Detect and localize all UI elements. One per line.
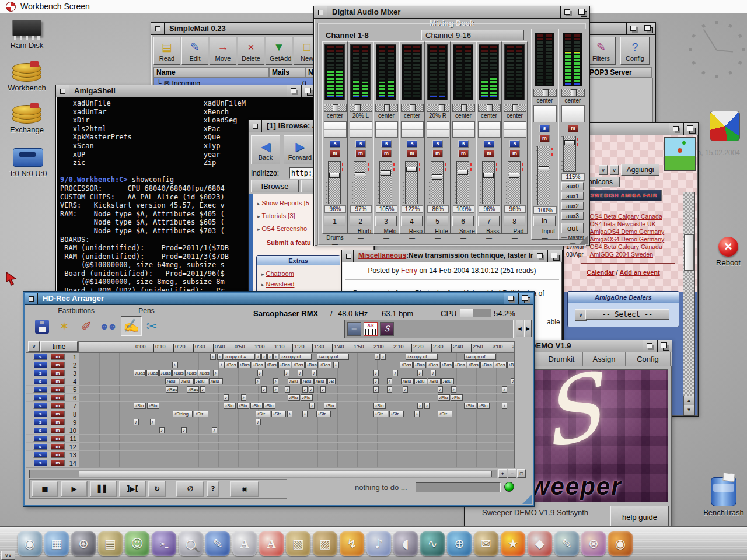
audio-clip[interactable]: ♪Blu xyxy=(209,378,223,384)
pan-thumb[interactable] xyxy=(512,104,518,111)
audio-clip[interactable]: ♪Str xyxy=(389,411,404,417)
speaker-icon[interactable]: ◖ xyxy=(393,531,418,556)
strip-scroll-left-icon[interactable]: ◀ xyxy=(516,320,523,337)
zoom-gadget-button[interactable]: + xyxy=(498,469,507,478)
solo-button[interactable]: s xyxy=(484,140,494,148)
pan-slider[interactable] xyxy=(401,104,424,112)
track-solo-button[interactable]: s xyxy=(33,370,47,376)
mail-toolbar-button[interactable]: ▼ GetAdd xyxy=(266,37,292,65)
audio-clip[interactable]: ♪ xyxy=(261,386,267,393)
audio-clip[interactable]: ♪Blu xyxy=(165,378,179,384)
track-solo-button[interactable]: s xyxy=(33,460,47,466)
aux-button[interactable]: aux3 xyxy=(561,212,584,220)
audio-clip[interactable]: ♪Bas xyxy=(440,362,453,368)
submit-feature-link[interactable]: Submit a featu xyxy=(267,239,311,246)
audio-clip[interactable]: ♪Str xyxy=(438,411,452,417)
zoom-gadget-icon[interactable] xyxy=(533,250,547,262)
cancel-button[interactable]: ∅ xyxy=(176,481,204,497)
audio-clip[interactable]: ♪B xyxy=(327,378,336,384)
mailbox-icon[interactable]: ✉ xyxy=(474,531,498,556)
desktop-icon-workbench[interactable]: Workbench xyxy=(2,61,51,92)
zoom-gadget-button[interactable]: − xyxy=(508,469,516,478)
track-lane[interactable]: ♪♪♪ xyxy=(80,426,514,434)
audio-clip[interactable]: ♪Blu xyxy=(301,378,314,384)
audio-clip[interactable]: ♪ xyxy=(417,370,423,376)
audio-clip[interactable]: ♪ xyxy=(438,386,443,393)
pan-slider[interactable] xyxy=(561,89,585,97)
forward-button[interactable]: ▶ Forward xyxy=(284,135,316,164)
depth-gadget-icon[interactable] xyxy=(518,293,533,304)
pan-thumb[interactable] xyxy=(355,104,361,111)
track-mute-button[interactable]: m xyxy=(51,452,65,458)
package-box-icon[interactable]: ▨ xyxy=(313,531,337,556)
audio-clip[interactable]: ♪ xyxy=(414,411,420,417)
audio-clip[interactable]: ♪ xyxy=(285,386,290,393)
close-gadget-icon[interactable] xyxy=(249,120,262,132)
extras-link[interactable]: Chatroom xyxy=(266,270,294,277)
audio-clip[interactable]: ♪Bas xyxy=(427,362,439,368)
volume-fader[interactable] xyxy=(431,161,444,204)
track-lane[interactable]: ♪♪♪ xyxy=(80,418,514,426)
input-button[interactable]: in xyxy=(533,216,556,226)
mail-toolbar-button[interactable]: ✎ Edit xyxy=(181,37,208,65)
audio-clip[interactable]: ♪Bas xyxy=(159,370,172,376)
mixer-tool-icon[interactable]: ≣ xyxy=(347,322,361,336)
track-lane[interactable]: ♪String♪Str♪Str♪Str♪♪♪Str♪Str♪Str♪♪Str♪ xyxy=(80,410,514,418)
track-solo-button[interactable]: s xyxy=(33,378,47,384)
desktop-icon-ramdisk[interactable]: Ram Disk xyxy=(2,16,51,50)
pan-thumb[interactable] xyxy=(543,89,549,96)
desktop-icon-benchtrash[interactable]: BenchTrash xyxy=(699,477,747,517)
help-guide-button[interactable]: help guide xyxy=(610,506,669,528)
pan-slider[interactable] xyxy=(478,104,501,112)
mute-button[interactable]: m xyxy=(407,150,417,158)
resize-gadget[interactable] xyxy=(522,495,532,504)
solo-button[interactable]: s xyxy=(539,125,550,132)
audio-clip[interactable]: ♪Flu xyxy=(288,394,300,401)
audio-clip[interactable]: ♪Sin xyxy=(237,402,249,409)
sweeper-synth-icon[interactable]: S xyxy=(380,322,394,336)
mute-button[interactable]: m xyxy=(381,150,392,158)
audio-clip[interactable]: ♪Sin xyxy=(134,402,146,409)
channel-number-button[interactable]: 2 xyxy=(350,216,371,226)
monitor-button[interactable]: ◉ xyxy=(230,481,259,497)
audio-clip[interactable]: ♪ xyxy=(210,354,216,360)
close-gadget-icon[interactable] xyxy=(151,23,165,34)
mail-toolbar-button[interactable]: ▤ Read xyxy=(153,37,180,65)
pan-slider[interactable] xyxy=(452,104,475,112)
audio-clip[interactable]: ♪Blu xyxy=(428,378,441,384)
audio-clip[interactable]: ♪ xyxy=(284,370,289,376)
winamp-player-icon[interactable]: ↯ xyxy=(340,531,364,556)
track-mute-button[interactable]: m xyxy=(51,460,65,466)
track-mute-button[interactable]: m xyxy=(51,378,65,384)
solo-button[interactable]: s xyxy=(381,140,392,148)
pan-slider[interactable] xyxy=(324,104,347,112)
audio-clip[interactable]: ♪ xyxy=(255,378,260,384)
audio-clip[interactable]: ♪Sin xyxy=(464,402,476,409)
fader-thumb[interactable] xyxy=(406,167,417,172)
channel-number-button[interactable]: 4 xyxy=(401,216,423,226)
audio-clip[interactable]: ♪Blu xyxy=(288,378,301,384)
tab-channel-1-8[interactable]: Channel 1-8 xyxy=(326,31,369,40)
solo-button[interactable]: s xyxy=(509,140,520,148)
audio-clip[interactable]: ♪ xyxy=(181,427,187,433)
tab-drumkit[interactable]: Drumkit xyxy=(540,352,583,366)
track-lane[interactable] xyxy=(80,435,514,442)
timeline-ruler[interactable]: 0:000:100:200:300:400:501:001:101:201:30… xyxy=(78,341,515,353)
audio-clip[interactable]: ♪Bas xyxy=(413,362,426,368)
dropdown-button[interactable]: ∨ xyxy=(610,165,619,175)
channel-number-button[interactable]: 1 xyxy=(324,216,345,226)
audio-clip[interactable]: ♪Bas xyxy=(198,370,210,376)
aux-button[interactable]: aux0 xyxy=(561,182,584,190)
volume-fader[interactable] xyxy=(508,161,521,204)
audio-clip[interactable]: ♪Bas xyxy=(319,362,331,368)
hand-tool-icon[interactable]: ✍ xyxy=(121,316,142,336)
audio-clip[interactable]: ♪Flu xyxy=(451,394,463,401)
dock-collapse-icon[interactable]: ∨∨ xyxy=(1,551,15,560)
zoom-gadget-icon[interactable] xyxy=(643,340,657,352)
pause-button[interactable]: ▌▌ xyxy=(90,481,117,497)
audio-clip[interactable]: ♪Bas xyxy=(480,362,493,368)
audio-clip[interactable]: ♪ xyxy=(200,386,205,393)
window-titlebar[interactable]: Digital Audio Mixer xyxy=(314,6,589,19)
track-solo-button[interactable]: s xyxy=(33,411,47,417)
mute-button[interactable]: m xyxy=(509,150,520,158)
